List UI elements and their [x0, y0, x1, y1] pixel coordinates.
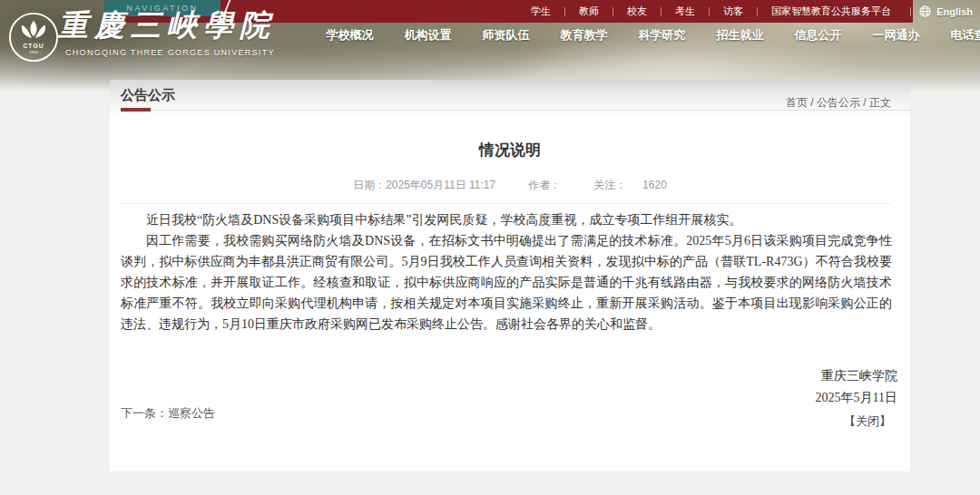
prev-article-label: 下一条：	[121, 406, 168, 420]
nav-item-organizations[interactable]: 机构设置	[404, 27, 452, 47]
content-card: 公告公示 首页 / 公告公示 / 正文 情况说明 日期：2025年05月11日 …	[110, 80, 910, 471]
nav-item-education[interactable]: 教育教学	[560, 27, 608, 47]
topbar-link-visitors[interactable]: 访客	[710, 5, 757, 18]
article-meta: 日期：2025年05月11日 11:17作者：关注：1620	[110, 178, 910, 193]
seal-acronym: CTGU	[24, 43, 44, 49]
language-switch-english[interactable]: English	[910, 0, 973, 23]
main-navigation: 学校概况 机构设置 师资队伍 教育教学 科学研究 招生就业 信息公开 一网通办 …	[326, 27, 980, 47]
topbar-link-faculty[interactable]: 教师	[565, 5, 612, 18]
prev-article-link[interactable]: 巡察公告	[168, 406, 215, 420]
topbar-link-students[interactable]: 学生	[517, 5, 564, 18]
topbar-link-alumni[interactable]: 校友	[613, 5, 661, 18]
seal-year: 1956	[29, 50, 38, 54]
language-label: English	[936, 6, 973, 17]
article-paragraph-1: 近日我校“防火墙及DNS设备采购项目中标结果”引发网民质疑，学校高度重视，成立专…	[121, 209, 892, 230]
university-name-zh[interactable]: 重慶三峽學院	[58, 5, 294, 46]
meta-author-label: 作者：	[528, 179, 561, 191]
nav-item-info-disclosure[interactable]: 信息公开	[794, 27, 842, 47]
article-paragraph-2: 因工作需要，我校需购买网络防火墙及DNS设备，在招标文书中明确提出了需满足的技术…	[121, 230, 892, 335]
meta-date-label: 日期：	[353, 179, 386, 191]
nav-item-phone-directory[interactable]: 电话查询	[950, 27, 980, 47]
close-button[interactable]: 【关闭】	[844, 413, 891, 430]
signature-org: 重庆三峡学院	[816, 365, 897, 387]
globe-icon	[919, 5, 931, 17]
university-seal-logo[interactable]: CTGU 1956	[7, 11, 60, 63]
article-body: 近日我校“防火墙及DNS设备采购项目中标结果”引发网民质疑，学校高度重视，成立专…	[121, 209, 892, 335]
nav-item-faculty[interactable]: 师资队伍	[482, 27, 530, 47]
section-divider	[121, 110, 910, 111]
breadcrumb[interactable]: 首页 / 公告公示 / 正文	[786, 95, 891, 111]
university-name-en: CHONGQING THREE GORGES UNIVERSITY	[65, 48, 275, 57]
topbar-link-applicants[interactable]: 考生	[662, 5, 709, 18]
separator	[910, 7, 911, 16]
nav-item-school-overview[interactable]: 学校概况	[326, 27, 374, 47]
prev-article-row: 下一条：巡察公告	[121, 405, 215, 422]
article-signature: 重庆三峡学院 2025年5月11日	[816, 365, 897, 409]
section-divider-accent	[121, 108, 151, 112]
meta-date-value: 2025年05月11日 11:17	[386, 179, 495, 191]
meta-views-value: 1620	[642, 179, 667, 191]
nav-item-admissions[interactable]: 招生就业	[716, 27, 764, 47]
section-title: 公告公示	[121, 87, 175, 104]
topbar-links: 学生 教师 校友 考生 访客 国家智慧教育公共服务平台	[517, 0, 905, 23]
signature-date: 2025年5月11日	[816, 387, 897, 409]
meta-divider	[121, 203, 891, 204]
site-header: NAVIGATION CTGU 1956 重慶三峽學院 CHONGQING TH…	[0, 0, 980, 91]
topbar-link-smart-education-platform[interactable]: 国家智慧教育公共服务平台	[758, 5, 905, 18]
nav-item-research[interactable]: 科学研究	[638, 27, 686, 47]
article-title: 情况说明	[110, 140, 910, 160]
meta-views-label: 关注：	[593, 179, 626, 191]
nav-item-online-services[interactable]: 一网通办	[872, 27, 920, 47]
